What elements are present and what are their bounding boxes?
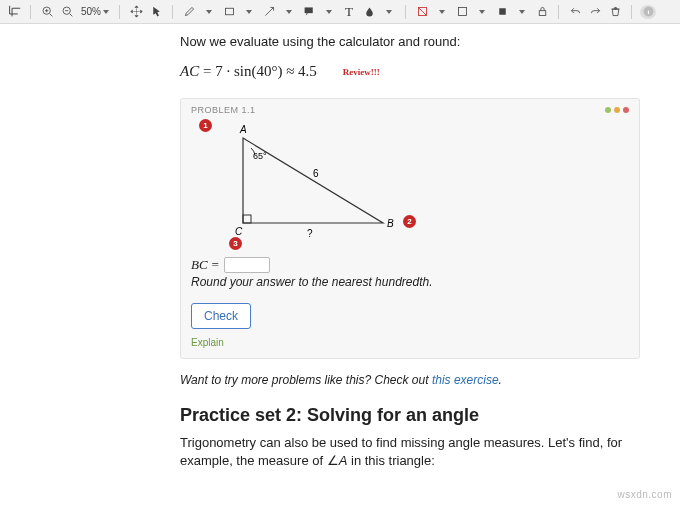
problem-card: PROBLEM 1.1 1 2 3 A B C 65° 6 ? [180,98,640,359]
problem-label: PROBLEM 1.1 [191,105,256,115]
square-outline-icon[interactable] [454,4,470,20]
zoom-in-icon[interactable] [39,4,55,20]
section-body: Trigonometry can also be used to find mi… [180,434,660,470]
review-annotation: Review!!! [343,67,380,77]
pointer-icon[interactable] [148,4,164,20]
zoom-out-icon[interactable] [59,4,75,20]
svg-rect-7 [539,11,546,16]
svg-text:?: ? [307,228,313,239]
document-content: Now we evaluate using the calculator and… [0,24,660,470]
rounding-hint: Round your answer to the nearest hundred… [191,275,629,289]
triangle-figure: 1 2 3 A B C 65° 6 ? [201,119,629,249]
watermark: wsxdn.com [617,489,672,500]
svg-rect-2 [225,8,233,15]
chevron-down-icon[interactable] [201,4,217,20]
redo-icon[interactable] [587,4,603,20]
chevron-down-icon[interactable] [514,4,530,20]
callout-icon[interactable] [301,4,317,20]
chevron-down-icon[interactable] [281,4,297,20]
square-fill-icon[interactable] [494,4,510,20]
window-dots [605,107,629,113]
chevron-down-icon[interactable] [241,4,257,20]
info-icon[interactable] [640,5,656,19]
equation-text: AC = 7 · sin(40°) ≈ 4.5 [180,63,317,80]
chevron-down-icon[interactable] [321,4,337,20]
move-icon[interactable] [128,4,144,20]
undo-icon[interactable] [567,4,583,20]
chevron-down-icon[interactable] [381,4,397,20]
svg-rect-3 [304,7,312,13]
explain-link[interactable]: Explain [191,337,629,348]
svg-rect-6 [499,8,506,15]
lock-icon[interactable] [534,4,550,20]
svg-text:65°: 65° [253,151,267,161]
equation-row: AC = 7 · sin(40°) ≈ 4.5 Review!!! [180,63,660,80]
arrow-icon[interactable] [261,4,277,20]
svg-text:C: C [235,226,243,237]
rect-icon[interactable] [221,4,237,20]
svg-text:B: B [387,218,394,229]
delete-icon[interactable] [607,4,623,20]
fill-icon[interactable] [361,4,377,20]
bc-label: BC = [191,257,220,273]
section-heading: Practice set 2: Solving for an angle [180,405,660,426]
toolbar: 50% T [0,0,680,24]
pen-icon[interactable] [181,4,197,20]
more-problems-line: Want to try more problems like this? Che… [180,373,660,387]
answer-input[interactable] [224,257,270,273]
crop-icon[interactable] [6,4,22,20]
triangle-svg: A B C 65° 6 ? [223,123,423,253]
annotation-marker-1: 1 [199,119,212,132]
chevron-down-icon[interactable] [474,4,490,20]
check-button[interactable]: Check [191,303,251,329]
svg-text:A: A [239,124,247,135]
intro-text: Now we evaluate using the calculator and… [180,34,660,49]
text-icon[interactable]: T [341,4,357,20]
answer-prompt: BC = [191,257,629,273]
svg-rect-10 [243,215,251,223]
dot-green-icon [605,107,611,113]
svg-text:6: 6 [313,168,319,179]
svg-rect-5 [458,7,466,15]
dot-orange-icon [614,107,620,113]
chevron-down-icon[interactable] [434,4,450,20]
zoom-level[interactable]: 50% [79,4,111,20]
disable-icon[interactable] [414,4,430,20]
dot-red-icon [623,107,629,113]
chevron-down-icon [103,10,109,14]
exercise-link[interactable]: this exercise [432,373,499,387]
